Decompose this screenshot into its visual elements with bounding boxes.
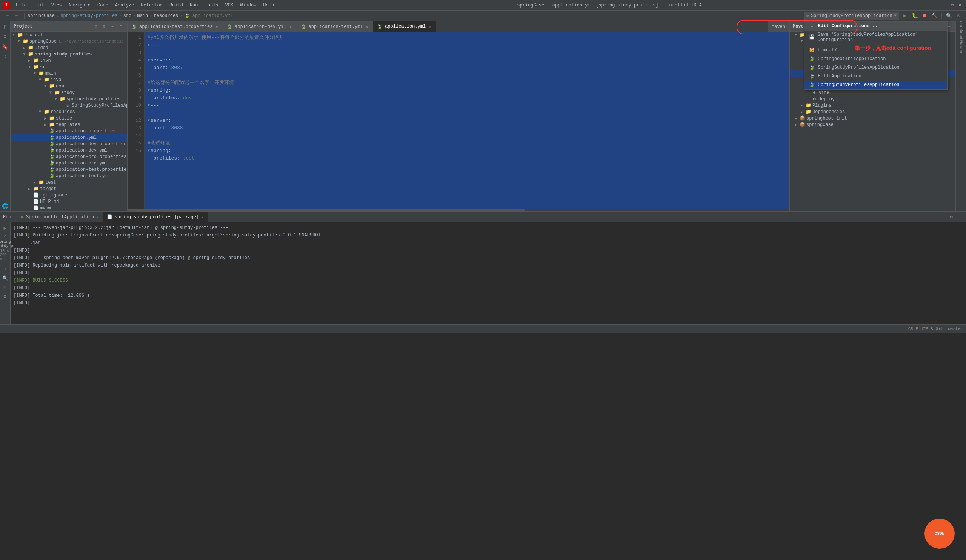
- left-icon-structure[interactable]: ≡: [1, 33, 10, 41]
- project-collapse-icon[interactable]: –: [109, 23, 116, 30]
- bottom-tab-springboot-init[interactable]: ▶ SpringbootInitApplication ✕: [17, 212, 103, 223]
- project-settings-icon[interactable]: ⚙: [101, 23, 108, 30]
- run-tab-close-1[interactable]: ✕: [96, 215, 99, 219]
- menu-view[interactable]: View: [48, 2, 65, 9]
- tree-item-20[interactable]: 🍃 application-pro.yml: [11, 160, 127, 166]
- minimize-button[interactable]: –: [942, 2, 948, 8]
- tree-item-5[interactable]: ▼ 📁 src: [11, 64, 127, 70]
- tree-item-1[interactable]: ▼ 📁 springCase E:\javaPractice\springCas…: [11, 38, 127, 44]
- tab-application-dev-yml[interactable]: 🍃 application-dev.yml ✕: [223, 21, 297, 32]
- menu-analyze[interactable]: Analyze: [112, 2, 137, 9]
- maven-springcase[interactable]: ▶ 📦 springCase: [790, 121, 955, 128]
- breadcrumb-module[interactable]: spring-study-profiles: [61, 13, 117, 18]
- tree-item-7[interactable]: ▼ 📁 java: [11, 77, 127, 83]
- tree-item-25[interactable]: 📄 .gitignore: [11, 192, 127, 198]
- maven-deploy[interactable]: ⚙ deploy: [790, 96, 955, 102]
- menu-navigate[interactable]: Navigate: [66, 2, 94, 9]
- tree-item-21[interactable]: 🍃 application-test.properties: [11, 166, 127, 173]
- tab-close-1[interactable]: ✕: [215, 24, 219, 30]
- breadcrumb-main[interactable]: main: [137, 13, 148, 18]
- run-settings-icon[interactable]: ⚙: [1, 292, 10, 301]
- menu-tools[interactable]: Tools: [202, 2, 222, 9]
- tree-item-17[interactable]: 🍃 application-dev.properties: [11, 141, 127, 147]
- code-editor[interactable]: #yml多文档开发的演示 使用---将每个部分的配置文件分隔开 ▼--- ▼se…: [145, 33, 789, 209]
- tree-item-22[interactable]: 🍃 application-test.yml: [11, 173, 127, 179]
- editor-scrollbar[interactable]: [128, 209, 789, 211]
- tab-application-test-properties[interactable]: 🍃 application-test.properties ✕: [128, 21, 223, 32]
- menu-build[interactable]: Build: [166, 2, 186, 9]
- tree-item-26[interactable]: 📄 HELP.md: [11, 198, 127, 205]
- maven-dependencies[interactable]: ▶ 📁 Dependencies: [790, 109, 955, 115]
- tab-maven[interactable]: Maven: [768, 21, 789, 32]
- tree-item-4[interactable]: ▶ 📁 .mvn: [11, 57, 127, 64]
- run-tools-settings[interactable]: ⚙: [948, 214, 955, 221]
- menu-help[interactable]: Help: [260, 2, 277, 9]
- tree-item-27[interactable]: 📄 mvnw: [11, 205, 127, 211]
- tree-item-0[interactable]: ▼ 📁 Project: [11, 32, 127, 38]
- tree-item-2[interactable]: ▶ 📁 .idea: [11, 44, 127, 51]
- run-tab-close-2[interactable]: ✕: [201, 215, 204, 219]
- tab-application-test-yml[interactable]: 🍃 application-test.yml ✕: [297, 21, 374, 32]
- menu-code[interactable]: Code: [94, 2, 111, 9]
- menu-edit[interactable]: Edit: [31, 2, 48, 9]
- config-springstudy-profiles[interactable]: 🍃 SpringStudyProfilesApplication: [805, 81, 947, 89]
- tree-item-13[interactable]: ▶ 📁 static: [11, 115, 127, 121]
- maximize-button[interactable]: ☐: [950, 2, 955, 8]
- breadcrumb-src[interactable]: src: [123, 13, 132, 18]
- menu-run[interactable]: Run: [187, 2, 201, 9]
- settings-button[interactable]: ⚙: [955, 12, 963, 20]
- tree-item-23[interactable]: ▶ 📁 test: [11, 179, 127, 185]
- tree-item-24[interactable]: ▶ 📁 target: [11, 185, 127, 192]
- gradle-icon[interactable]: Gradle: [956, 33, 966, 41]
- run-play-icon[interactable]: ▶: [1, 224, 10, 232]
- tree-item-8[interactable]: ▼ 📁 com: [11, 83, 127, 89]
- menu-file[interactable]: File: [13, 2, 30, 9]
- maven-sidebar-icon[interactable]: Maven: [956, 42, 966, 51]
- tree-item-12[interactable]: ▼ 📁 resources: [11, 109, 127, 115]
- left-icon-nav[interactable]: ↕: [1, 52, 10, 61]
- search-everywhere-button[interactable]: 🔍: [945, 12, 953, 20]
- left-icon-web[interactable]: 🌐: [1, 201, 10, 210]
- run-fold-icon[interactable]: ⊞: [1, 283, 10, 291]
- tree-item-3[interactable]: ▼ 📁 spring-study-profiles: [11, 51, 127, 57]
- tree-item-14[interactable]: ▶ 📁 templates: [11, 121, 127, 128]
- tab-application-yml[interactable]: 🍃 application.yml ✕: [373, 21, 436, 32]
- breadcrumb-resources[interactable]: resources: [154, 13, 178, 18]
- tree-item-11[interactable]: ☕ SpringStudyProfilesApplicat...: [11, 102, 127, 109]
- stop-button[interactable]: ⏹: [920, 12, 929, 20]
- project-more-icon[interactable]: ≡: [117, 23, 124, 30]
- build-button[interactable]: 🔨: [930, 12, 938, 20]
- tree-item-9[interactable]: ▼ 📁 study: [11, 89, 127, 96]
- bottom-tab-package[interactable]: 📄 spring-sutdy-profiles [package] ✕: [103, 212, 208, 223]
- config-springboot-init[interactable]: 🍃 SpringbootInitApplication: [805, 55, 947, 63]
- tree-item-16[interactable]: 🍃 application.yml: [11, 134, 127, 141]
- debug-button[interactable]: 🐛: [910, 12, 919, 20]
- config-tomcat7[interactable]: 🐱 tomcat7: [805, 46, 947, 55]
- tab-close-3[interactable]: ✕: [365, 24, 370, 30]
- project-sync-icon[interactable]: ⚙: [92, 23, 99, 30]
- edit-configurations-item[interactable]: ✏️ Edit Configurations...: [805, 22, 947, 31]
- tree-item-10[interactable]: ▼ 📁 springstudy profiles: [11, 96, 127, 102]
- menu-refactor[interactable]: Refactor: [138, 2, 166, 9]
- toolbar-back[interactable]: ←: [3, 12, 12, 20]
- menu-window[interactable]: Window: [237, 2, 259, 9]
- run-scroll-icon[interactable]: ⬇: [1, 265, 10, 273]
- tab-close-2[interactable]: ✕: [289, 24, 293, 30]
- scrollbar-thumb[interactable]: [128, 209, 524, 211]
- menu-vcs[interactable]: VCS: [222, 2, 237, 9]
- tree-item-6[interactable]: ▼ 📁 main: [11, 70, 127, 77]
- toolbar-forward[interactable]: →: [13, 12, 21, 20]
- run-filter-icon[interactable]: 🔍: [1, 274, 10, 282]
- maven-site[interactable]: ⚙ site: [790, 89, 955, 96]
- close-button[interactable]: ✕: [957, 2, 963, 8]
- run-tools-minimize[interactable]: –: [956, 214, 963, 221]
- tree-item-19[interactable]: 🍃 application-pro.properties: [11, 154, 127, 160]
- maven-plugins[interactable]: ▶ 📁 Plugins: [790, 102, 955, 109]
- editor-content[interactable]: 1 2 3 4 5 6 7 8 9 10 11 12 13 14 15 16: [128, 33, 789, 209]
- breadcrumb-file[interactable]: 🍃 application.yml: [184, 13, 233, 18]
- config-springsutdy[interactable]: 🍃 SpringSutdyProfilesApplication: [805, 63, 947, 72]
- save-configuration-item[interactable]: 💾 Save 'SpringStudyProfilesApplication' …: [805, 31, 947, 44]
- config-hello[interactable]: 🍃 HelloApplication: [805, 72, 947, 81]
- tab-close-4[interactable]: ✕: [428, 24, 432, 29]
- tree-item-15[interactable]: 🍃 application.properties: [11, 128, 127, 134]
